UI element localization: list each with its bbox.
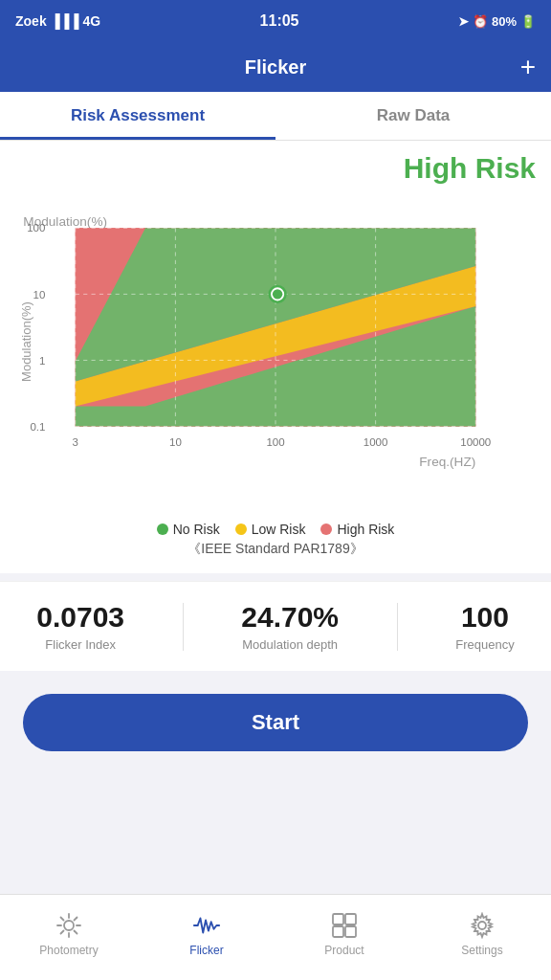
nav-item-photometry[interactable]: Photometry [0, 911, 138, 965]
risk-level-label: High Risk [15, 152, 536, 185]
product-nav-label: Product [324, 944, 364, 957]
svg-line-32 [61, 917, 64, 920]
bottom-navigation: Photometry Flicker Product [0, 894, 551, 980]
svg-text:10: 10 [33, 289, 46, 301]
metric-divider-2 [397, 603, 398, 651]
alarm-icon: ⏰ [473, 14, 488, 29]
settings-icon [468, 911, 496, 940]
svg-text:0.1: 0.1 [30, 421, 45, 433]
tab-raw-data[interactable]: Raw Data [276, 92, 551, 140]
svg-rect-39 [333, 926, 343, 937]
legend-low-risk: Low Risk [235, 522, 306, 537]
svg-rect-40 [345, 926, 356, 937]
metric-frequency: 100 Frequency [455, 601, 514, 652]
nav-item-flicker[interactable]: Flicker [138, 911, 276, 965]
no-risk-label: No Risk [173, 522, 220, 537]
settings-nav-label: Settings [461, 944, 502, 957]
tab-bar: Risk Assessment Raw Data [0, 92, 551, 141]
app-header: Flicker + [0, 42, 551, 92]
photometry-nav-label: Photometry [39, 944, 98, 957]
modulation-label: Modulation depth [241, 637, 339, 652]
metric-modulation: 24.70% Modulation depth [241, 601, 339, 652]
photometry-icon [55, 911, 83, 940]
status-time: 11:05 [260, 12, 299, 30]
nav-item-settings[interactable]: Settings [413, 911, 551, 965]
chart-legend: No Risk Low Risk High Risk [15, 522, 536, 537]
flicker-index-value: 0.0703 [36, 601, 124, 634]
frequency-value: 100 [455, 601, 514, 634]
svg-line-35 [61, 930, 64, 933]
svg-text:10: 10 [169, 436, 182, 448]
svg-line-34 [75, 917, 77, 920]
add-button[interactable]: + [520, 52, 536, 82]
modulation-value: 24.70% [241, 601, 339, 634]
frequency-label: Frequency [455, 637, 514, 652]
metrics-section: 0.0703 Flicker Index 24.70% Modulation d… [0, 581, 551, 671]
svg-text:10000: 10000 [460, 436, 491, 448]
flicker-nav-label: Flicker [189, 944, 223, 957]
legend-high-risk: High Risk [320, 522, 394, 537]
low-risk-dot [235, 523, 247, 535]
status-left: Zoek ▐▐▐ 4G [15, 13, 100, 29]
battery-level: 80% [492, 14, 517, 29]
svg-point-26 [273, 289, 282, 299]
svg-text:1: 1 [39, 355, 45, 367]
svg-text:100: 100 [27, 223, 45, 234]
svg-text:Freq.(HZ): Freq.(HZ) [419, 455, 475, 469]
flicker-chart: Modulation(%) Modulation(%) [15, 189, 536, 514]
svg-point-41 [478, 922, 486, 929]
start-section: Start [0, 671, 551, 774]
network-type: 4G [82, 13, 100, 29]
flicker-icon [192, 911, 221, 940]
status-right: ➤ ⏰ 80% 🔋 [458, 14, 536, 29]
product-icon [330, 911, 359, 940]
legend-no-risk: No Risk [157, 522, 220, 537]
svg-line-33 [75, 930, 77, 933]
high-risk-label: High Risk [337, 522, 394, 537]
high-risk-dot [320, 523, 332, 535]
no-risk-dot [157, 523, 168, 535]
low-risk-label: Low Risk [252, 522, 306, 537]
location-icon: ➤ [458, 14, 469, 29]
battery-icon: 🔋 [520, 14, 536, 29]
svg-rect-38 [345, 914, 356, 924]
start-button[interactable]: Start [23, 694, 528, 751]
header-title: Flicker [245, 56, 306, 78]
status-bar: Zoek ▐▐▐ 4G 11:05 ➤ ⏰ 80% 🔋 [0, 0, 551, 42]
svg-rect-37 [333, 914, 343, 924]
flicker-index-label: Flicker Index [36, 637, 124, 652]
svg-text:3: 3 [73, 436, 78, 448]
svg-point-27 [64, 921, 74, 930]
main-content: High Risk Modulation(%) Modulation(%) [0, 141, 551, 573]
signal-icon: ▐▐▐ [51, 13, 79, 29]
tab-risk-assessment[interactable]: Risk Assessment [0, 92, 276, 140]
metric-flicker-index: 0.0703 Flicker Index [36, 601, 124, 652]
status-search: Zoek [15, 13, 47, 29]
svg-text:1000: 1000 [364, 436, 388, 448]
chart-svg: Modulation(%) [15, 189, 536, 514]
svg-text:100: 100 [266, 436, 284, 448]
nav-item-product[interactable]: Product [276, 911, 413, 965]
metric-divider-1 [183, 603, 184, 651]
ieee-standard-text: 《IEEE Standard PAR1789》 [15, 541, 536, 558]
